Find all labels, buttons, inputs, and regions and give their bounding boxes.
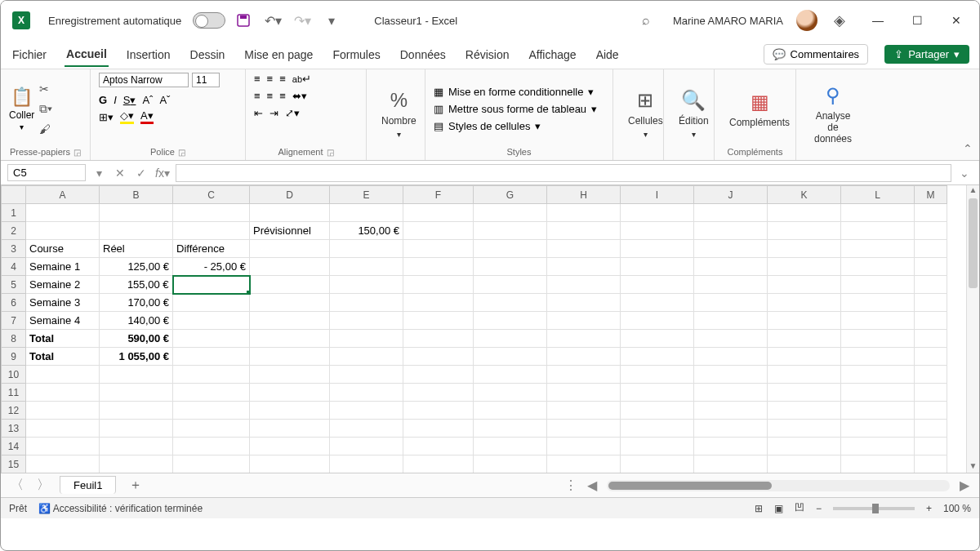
- cancel-icon[interactable]: ✕: [112, 167, 128, 180]
- align-middle-icon[interactable]: ≡: [267, 73, 274, 85]
- row-header-13[interactable]: 13: [2, 420, 26, 438]
- cell-G1[interactable]: [474, 204, 547, 222]
- cell-F14[interactable]: [403, 438, 474, 455]
- font-name-select[interactable]: [99, 73, 189, 87]
- cell-F11[interactable]: [403, 384, 474, 402]
- horizontal-scrollbar[interactable]: [607, 480, 950, 491]
- cell-I11[interactable]: [621, 384, 694, 402]
- view-page-break-icon[interactable]: 凹: [795, 501, 804, 515]
- cell-F4[interactable]: [403, 258, 474, 276]
- cell-C13[interactable]: [173, 420, 250, 438]
- diamond-icon[interactable]: ◈: [834, 11, 845, 29]
- cell-L10[interactable]: [841, 366, 915, 384]
- tab-donnees[interactable]: Données: [399, 43, 448, 66]
- cell-E15[interactable]: [330, 455, 403, 473]
- cell-C1[interactable]: [173, 204, 250, 222]
- cell-K13[interactable]: [768, 420, 841, 438]
- cell-H2[interactable]: [547, 222, 621, 240]
- cell-F7[interactable]: [403, 312, 474, 330]
- cell-G5[interactable]: [474, 276, 547, 294]
- row-header-15[interactable]: 15: [2, 455, 26, 473]
- col-header-B[interactable]: B: [100, 186, 173, 204]
- cell-J1[interactable]: [694, 204, 768, 222]
- sheet-prev-icon[interactable]: 〈: [7, 477, 27, 494]
- redo-button[interactable]: ↷▾: [291, 9, 314, 32]
- enter-icon[interactable]: ✓: [133, 167, 149, 180]
- cell-J10[interactable]: [694, 366, 768, 384]
- cell-J12[interactable]: [694, 402, 768, 420]
- row-header-6[interactable]: 6: [2, 294, 26, 312]
- cell-M9[interactable]: [915, 348, 947, 366]
- copy-icon[interactable]: ⧉▾: [39, 102, 52, 116]
- cell-K14[interactable]: [768, 438, 841, 455]
- align-center-icon[interactable]: ≡: [267, 90, 274, 102]
- cell-H4[interactable]: [547, 258, 621, 276]
- cell-B8[interactable]: 590,00 €: [100, 330, 173, 348]
- row-header-2[interactable]: 2: [2, 222, 26, 240]
- cell-D11[interactable]: [250, 384, 330, 402]
- cell-F12[interactable]: [403, 402, 474, 420]
- cell-J3[interactable]: [694, 240, 768, 258]
- hscroll-left-icon[interactable]: ◀: [584, 478, 600, 493]
- maximize-button[interactable]: ☐: [901, 7, 933, 33]
- zoom-in-button[interactable]: +: [926, 503, 932, 514]
- addins-button[interactable]: ▦Compléments: [723, 87, 796, 131]
- cell-C6[interactable]: [173, 294, 250, 312]
- tab-fichier[interactable]: Fichier: [11, 43, 48, 66]
- cell-B4[interactable]: 125,00 €: [100, 258, 173, 276]
- bold-button[interactable]: G: [99, 94, 107, 106]
- cell-I6[interactable]: [621, 294, 694, 312]
- zoom-out-button[interactable]: −: [816, 503, 822, 514]
- tab-aide[interactable]: Aide: [595, 43, 621, 66]
- cell-B10[interactable]: [100, 366, 173, 384]
- cell-A11[interactable]: [26, 384, 100, 402]
- cell-H15[interactable]: [547, 455, 621, 473]
- cell-E5[interactable]: [330, 276, 403, 294]
- cell-F9[interactable]: [403, 348, 474, 366]
- cell-E14[interactable]: [330, 438, 403, 455]
- grow-font-button[interactable]: Aˆ: [142, 94, 153, 106]
- align-right-icon[interactable]: ≡: [279, 90, 286, 102]
- cell-H9[interactable]: [547, 348, 621, 366]
- cell-G3[interactable]: [474, 240, 547, 258]
- scroll-up-icon[interactable]: ▲: [967, 185, 979, 197]
- cell-C2[interactable]: [173, 222, 250, 240]
- minimize-button[interactable]: —: [862, 7, 894, 33]
- cell-L13[interactable]: [841, 420, 915, 438]
- cell-H14[interactable]: [547, 438, 621, 455]
- dialog-launcher-icon[interactable]: ◲: [178, 148, 185, 157]
- cell-H6[interactable]: [547, 294, 621, 312]
- cell-C11[interactable]: [173, 384, 250, 402]
- cell-D15[interactable]: [250, 455, 330, 473]
- orientation-icon[interactable]: ⤢▾: [285, 107, 300, 119]
- name-box[interactable]: [7, 164, 86, 181]
- cell-M11[interactable]: [915, 384, 947, 402]
- cell-B13[interactable]: [100, 420, 173, 438]
- cell-A13[interactable]: [26, 420, 100, 438]
- col-header-E[interactable]: E: [330, 186, 403, 204]
- cells-button[interactable]: ⊞Cellules▾: [621, 86, 670, 142]
- cell-K8[interactable]: [768, 330, 841, 348]
- row-header-9[interactable]: 9: [2, 348, 26, 366]
- align-left-icon[interactable]: ≡: [254, 90, 261, 102]
- cell-E13[interactable]: [330, 420, 403, 438]
- cell-D1[interactable]: [250, 204, 330, 222]
- cell-D6[interactable]: [250, 294, 330, 312]
- cell-A10[interactable]: [26, 366, 100, 384]
- number-format-button[interactable]: % Nombre ▾: [375, 86, 423, 142]
- cell-C7[interactable]: [173, 312, 250, 330]
- select-all-corner[interactable]: [2, 186, 26, 204]
- col-header-I[interactable]: I: [621, 186, 694, 204]
- cell-K12[interactable]: [768, 402, 841, 420]
- cell-H5[interactable]: [547, 276, 621, 294]
- cell-E1[interactable]: [330, 204, 403, 222]
- cell-L9[interactable]: [841, 348, 915, 366]
- cut-icon[interactable]: ✂: [39, 82, 52, 96]
- font-size-select[interactable]: [192, 73, 220, 87]
- sheet-tab-feuil1[interactable]: Feuil1: [60, 476, 116, 494]
- cell-F3[interactable]: [403, 240, 474, 258]
- share-button[interactable]: ⇪ Partager ▾: [884, 45, 969, 64]
- row-header-7[interactable]: 7: [2, 312, 26, 330]
- tab-dessin[interactable]: Dessin: [189, 43, 227, 66]
- col-header-A[interactable]: A: [26, 186, 100, 204]
